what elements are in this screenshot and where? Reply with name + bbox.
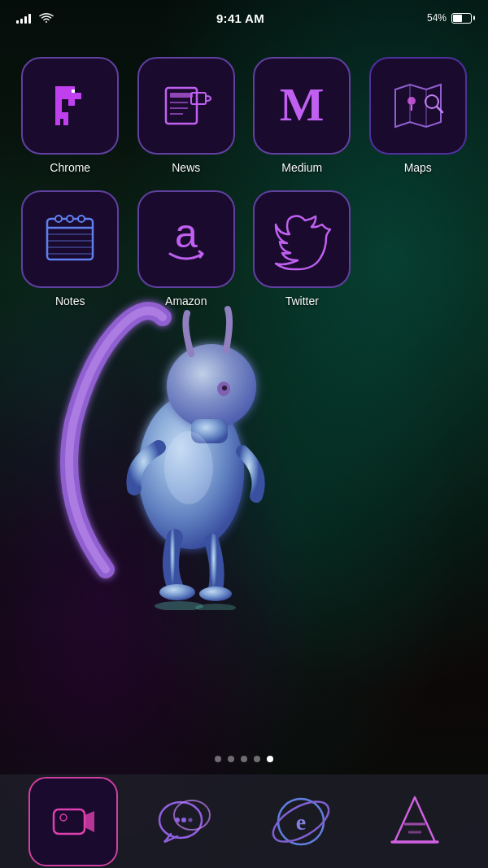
svg-rect-26	[170, 93, 193, 98]
medium-icon[interactable]: M	[253, 57, 351, 155]
app-maps[interactable]: Maps	[364, 57, 473, 174]
page-dot-0[interactable]	[215, 756, 221, 762]
svg-rect-22	[55, 119, 60, 125]
svg-point-52	[175, 818, 180, 822]
svg-rect-30	[191, 93, 206, 104]
page-dot-1[interactable]	[228, 756, 234, 762]
svg-rect-14	[62, 93, 68, 99]
app-grid: Chrome News M Medium	[0, 49, 488, 316]
notes-label: Notes	[55, 294, 85, 308]
app-news[interactable]: News	[133, 57, 241, 174]
maps-label: Maps	[404, 161, 432, 174]
news-icon[interactable]	[137, 57, 235, 155]
svg-point-5	[164, 431, 213, 504]
svg-point-6	[159, 584, 195, 600]
svg-text:e: e	[296, 809, 306, 835]
page-dot-3[interactable]	[254, 756, 260, 762]
svg-point-44	[55, 216, 62, 222]
svg-point-46	[78, 216, 85, 222]
svg-point-53	[181, 818, 186, 822]
svg-point-37	[407, 97, 416, 105]
dock-facetime[interactable]	[28, 777, 118, 866]
svg-rect-15	[68, 93, 75, 99]
signal-bar-2	[20, 19, 23, 24]
chrome-label: Chrome	[50, 161, 90, 174]
svg-rect-20	[55, 112, 62, 119]
dock-messages[interactable]	[142, 777, 232, 866]
dock-vlc[interactable]	[370, 777, 460, 866]
app-twitter[interactable]: Twitter	[248, 190, 356, 308]
svg-text:a: a	[175, 211, 198, 256]
cellular-signal	[16, 12, 31, 24]
page-dots	[0, 756, 488, 762]
svg-point-45	[67, 216, 73, 222]
app-amazon[interactable]: a Amazon	[133, 190, 241, 308]
clock: 9:41 AM	[216, 11, 264, 25]
app-medium[interactable]: M Medium	[248, 57, 356, 174]
svg-rect-18	[55, 99, 62, 106]
notes-icon[interactable]	[21, 190, 119, 288]
battery-percentage: 54%	[427, 12, 447, 24]
svg-point-49	[60, 814, 67, 821]
twitter-label: Twitter	[285, 294, 319, 308]
page-dot-2[interactable]	[241, 756, 247, 762]
page-dot-4[interactable]	[267, 756, 273, 762]
battery-area: 54%	[427, 12, 472, 24]
svg-point-50	[159, 802, 202, 838]
signal-bar-3	[24, 16, 27, 24]
signal-bar-4	[28, 14, 31, 24]
svg-point-3	[222, 386, 227, 390]
svg-rect-10	[55, 86, 62, 93]
news-label: News	[172, 161, 200, 174]
twitter-icon[interactable]	[253, 190, 351, 288]
app-notes[interactable]: Notes	[16, 190, 124, 308]
dock-explorer[interactable]: e	[256, 777, 346, 866]
explorer-icon[interactable]: e	[256, 777, 346, 866]
battery-fill	[453, 15, 462, 22]
svg-text:M: M	[280, 78, 325, 131]
svg-point-54	[189, 818, 193, 822]
svg-rect-17	[75, 93, 81, 99]
messages-icon[interactable]	[142, 777, 232, 866]
svg-rect-19	[55, 106, 62, 112]
svg-rect-23	[63, 119, 68, 125]
signal-area	[16, 12, 54, 24]
medium-label: Medium	[281, 161, 322, 174]
svg-point-7	[199, 587, 232, 601]
amazon-icon[interactable]: a	[137, 190, 235, 288]
vlc-icon[interactable]	[370, 777, 460, 866]
facetime-icon[interactable]	[28, 777, 118, 866]
svg-point-1	[167, 344, 256, 429]
svg-rect-16	[68, 99, 75, 106]
svg-rect-11	[62, 86, 68, 93]
battery-icon	[451, 13, 472, 24]
wifi-icon	[39, 12, 54, 24]
svg-rect-48	[54, 809, 85, 834]
status-bar: 9:41 AM 54%	[0, 0, 488, 36]
amazon-label: Amazon	[165, 294, 207, 308]
signal-bar-1	[16, 20, 19, 24]
dock: e	[0, 774, 488, 868]
svg-rect-21	[62, 112, 68, 119]
svg-rect-13	[55, 93, 62, 99]
svg-rect-24	[72, 89, 75, 93]
app-chrome[interactable]: Chrome	[16, 57, 124, 174]
maps-icon[interactable]	[369, 57, 467, 155]
chrome-icon[interactable]	[21, 57, 119, 155]
